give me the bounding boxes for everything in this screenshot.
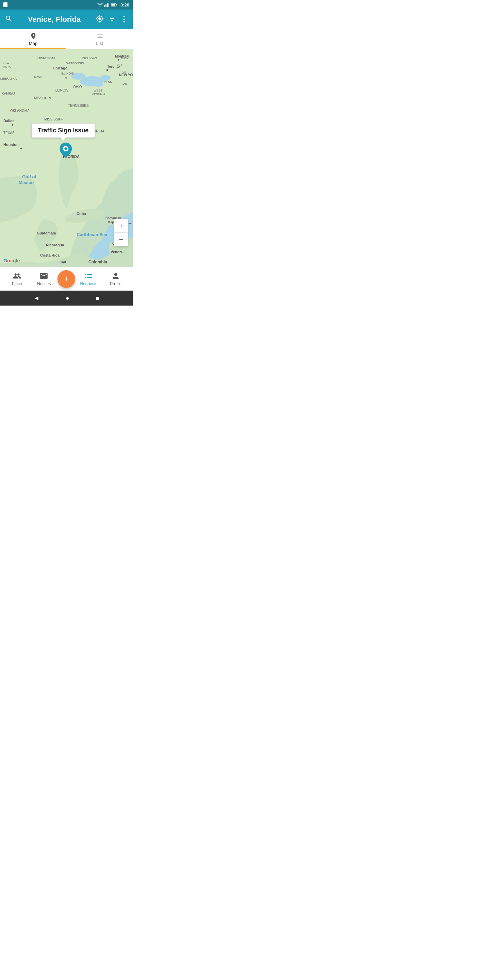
svg-text:NEBRASKA: NEBRASKA [0,77,17,80]
nav-item-place[interactable]: Place [3,272,30,286]
signal-icon [104,3,110,7]
svg-rect-72 [86,274,86,275]
svg-point-52 [21,148,22,150]
google-logo: Google [3,258,20,263]
svg-rect-0 [3,2,8,7]
svg-text:Mexico: Mexico [19,180,34,185]
map-tooltip[interactable]: Traffic Sign Issue [31,123,95,138]
zoom-out-button[interactable]: − [115,233,128,247]
nav-add-button[interactable]: + [57,270,75,288]
sim-icon [3,2,8,7]
svg-text:⚡: ⚡ [112,4,115,6]
svg-point-46 [12,124,14,126]
status-time: 3:20 [121,2,129,8]
svg-text:WEST: WEST [94,89,103,92]
bottom-nav: Place Notices + Requests Profile [0,267,133,291]
zoom-controls: + − [115,219,128,247]
filter-icon[interactable] [108,14,116,24]
svg-text:OHIO: OHIO [73,85,82,89]
svg-point-12 [100,75,111,81]
nav-item-profile[interactable]: Profile [102,272,130,286]
svg-rect-3 [107,3,108,7]
notices-icon [40,272,48,280]
svg-text:MISSISSIPPI: MISSISSIPPI [44,118,64,121]
svg-text:IOWA: IOWA [34,75,42,79]
recent-button[interactable]: ■ [95,295,99,302]
svg-text:Gulf of: Gulf of [22,174,37,179]
svg-text:KOTA: KOTA [3,65,11,68]
svg-text:ILLINOIS: ILLINOIS [61,72,74,75]
svg-text:TENNESSEE: TENNESSEE [68,104,89,108]
svg-text:MINNESOTA: MINNESOTA [37,56,56,60]
map-svg: MINNESOTA WISCONSIN MICHIGAN UTH KOTA NB… [0,49,133,267]
zoom-in-button[interactable]: + [115,219,128,233]
svg-text:PENN: PENN [104,80,112,84]
nav-item-requests[interactable]: Requests [75,272,102,286]
tab-map-label: Map [29,41,37,46]
search-icon[interactable] [5,14,13,24]
nav-item-notices[interactable]: Notices [30,272,58,286]
svg-rect-1 [104,5,105,7]
svg-text:KANSAS: KANSAS [2,92,16,95]
place-icon [13,272,21,280]
svg-text:Cali: Cali [60,260,66,264]
svg-rect-6 [116,4,117,5]
svg-rect-2 [105,5,107,7]
svg-text:NH: NH [118,63,122,67]
app-bar: Venice, Florida ⋮ [0,10,133,29]
tab-bar: Map List [0,29,133,49]
svg-text:Cuba: Cuba [76,212,86,216]
svg-text:WISCONSIN: WISCONSIN [66,62,84,65]
requests-icon [84,272,93,280]
svg-text:OKLAHOMA: OKLAHOMA [10,109,30,113]
svg-text:Costa Rica: Costa Rica [40,253,60,257]
nav-profile-label: Profile [110,282,121,286]
tab-list[interactable]: List [66,29,133,49]
svg-rect-74 [86,277,86,278]
svg-text:Nicaragua: Nicaragua [46,243,64,247]
nav-requests-label: Requests [80,282,97,286]
more-icon[interactable]: ⋮ [120,15,128,24]
svg-text:Guatemala: Guatemala [37,231,56,235]
svg-text:DE: DE [123,82,127,86]
svg-text:NEW YORK: NEW YORK [119,73,133,77]
svg-point-71 [64,147,67,150]
location-icon[interactable] [95,14,104,24]
svg-text:UTH: UTH [3,62,9,65]
svg-point-25 [107,69,108,71]
svg-text:Houston: Houston [3,143,19,147]
android-nav-bar: ◄ ● ■ [0,291,133,305]
map-container[interactable]: MINNESOTA WISCONSIN MICHIGAN UTH KOTA NB… [0,49,133,267]
battery-icon: ⚡ [111,3,117,7]
svg-text:MISSOURI: MISSOURI [34,96,51,100]
svg-text:Caribbean Sea: Caribbean Sea [76,232,108,237]
svg-text:Chicago: Chicago [53,66,68,70]
profile-icon [111,272,120,280]
svg-text:Dallas: Dallas [3,119,14,123]
add-icon: + [64,274,69,284]
svg-point-32 [65,77,67,79]
svg-text:MAINE: MAINE [121,56,130,60]
nav-notices-label: Notices [37,282,51,286]
svg-point-23 [118,59,119,60]
tab-list-label: List [96,41,103,46]
svg-text:TEXAS: TEXAS [3,131,14,135]
tooltip-text: Traffic Sign Issue [38,127,89,134]
wifi-icon [97,3,103,7]
nav-place-label: Place [12,282,22,286]
svg-rect-73 [86,275,86,276]
svg-text:ILLINOIS: ILLINOIS [54,89,68,92]
status-bar: ⚡ 3:20 [0,0,133,10]
svg-point-13 [95,83,103,87]
app-bar-title: Venice, Florida [17,15,92,24]
map-pin[interactable] [60,143,72,158]
svg-text:Venezu: Venezu [111,250,124,254]
home-button[interactable]: ● [66,295,69,302]
svg-point-69 [65,261,66,263]
svg-text:VIRGINIA: VIRGINIA [92,92,105,96]
svg-text:MICHIGAN: MICHIGAN [82,56,97,60]
back-button[interactable]: ◄ [33,295,40,302]
tab-map[interactable]: Map [0,29,66,49]
svg-rect-4 [108,3,109,7]
svg-text:Colombia: Colombia [89,259,107,264]
